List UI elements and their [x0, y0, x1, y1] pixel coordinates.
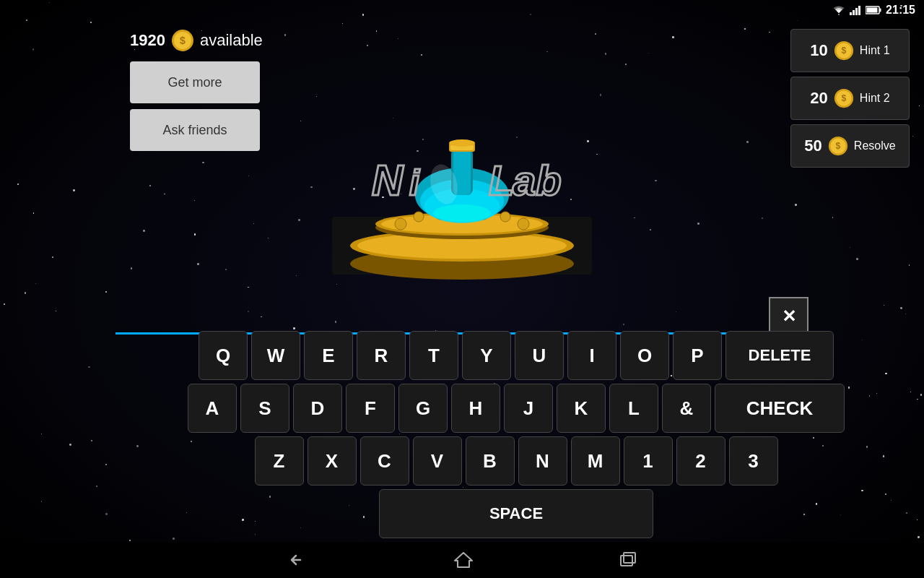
key-o[interactable]: O	[620, 331, 669, 380]
svg-text:$: $	[835, 141, 840, 151]
svg-text:L: L	[489, 157, 514, 204]
ask-friends-button[interactable]: Ask friends	[130, 109, 260, 151]
coin-count: 1920	[130, 31, 165, 50]
hint1-coin-icon: $	[834, 40, 854, 61]
hint1-button[interactable]: 10 $ Hint 1	[790, 29, 910, 72]
action-buttons: Get more Ask friends	[130, 61, 260, 151]
resolve-label: Resolve	[854, 139, 896, 152]
back-icon	[286, 551, 309, 569]
keyboard: Q W E R T Y U I O P DELETE A S D F G H J…	[116, 331, 917, 542]
keyboard-row-3: Z X C V B N M 1 2 3	[116, 436, 917, 486]
svg-rect-3	[858, 6, 860, 15]
svg-point-32	[518, 218, 529, 230]
svg-rect-48	[621, 556, 632, 566]
delete-button[interactable]: DELETE	[725, 331, 834, 380]
key-i[interactable]: I	[567, 331, 616, 380]
check-button[interactable]: CHECK	[715, 384, 845, 433]
home-button[interactable]	[453, 550, 474, 570]
key-h[interactable]: H	[451, 384, 500, 433]
key-f[interactable]: F	[346, 384, 395, 433]
get-more-button[interactable]: Get more	[130, 61, 260, 103]
svg-rect-6	[867, 8, 878, 13]
hints-area: 10 $ Hint 1 20 $ Hint 2 50 $ Resolve	[790, 29, 910, 168]
flask-scene: N i ab L	[289, 22, 635, 289]
coin-icon: $	[171, 29, 194, 52]
key-w[interactable]: W	[251, 331, 300, 380]
recent-apps-icon	[618, 550, 638, 570]
keyboard-row-space: SPACE	[116, 489, 917, 538]
key-s[interactable]: S	[240, 384, 289, 433]
hint2-button[interactable]: 20 $ Hint 2	[790, 77, 910, 120]
key-r[interactable]: R	[357, 331, 406, 380]
key-u[interactable]: U	[515, 331, 564, 380]
key-x[interactable]: X	[308, 436, 357, 486]
svg-point-37	[433, 204, 491, 222]
key-m[interactable]: M	[571, 436, 620, 486]
svg-rect-49	[624, 553, 635, 563]
space-button[interactable]: SPACE	[379, 489, 653, 538]
hint1-label: Hint 1	[860, 44, 890, 57]
hint2-cost: 20	[810, 89, 827, 108]
svg-rect-0	[850, 12, 852, 15]
available-label: available	[200, 31, 263, 50]
key-1[interactable]: 1	[624, 436, 673, 486]
key-l[interactable]: L	[609, 384, 658, 433]
key-3[interactable]: 3	[729, 436, 778, 486]
coin-area: 1920 $ available	[130, 29, 263, 52]
svg-text:$: $	[180, 35, 186, 46]
key-y[interactable]: Y	[462, 331, 511, 380]
wifi-icon	[832, 5, 845, 15]
key-p[interactable]: P	[673, 331, 722, 380]
resolve-button[interactable]: 50 $ Resolve	[790, 124, 910, 168]
home-icon	[453, 550, 474, 570]
key-a[interactable]: A	[188, 384, 237, 433]
status-bar: 21:15	[780, 0, 924, 20]
key-n[interactable]: N	[518, 436, 567, 486]
recent-apps-button[interactable]	[618, 550, 638, 570]
key-g[interactable]: G	[398, 384, 448, 433]
key-k[interactable]: K	[557, 384, 606, 433]
signal-icon	[850, 5, 861, 15]
keyboard-row-1: Q W E R T Y U I O P DELETE	[116, 331, 917, 380]
key-c[interactable]: C	[360, 436, 409, 486]
hint2-label: Hint 2	[860, 92, 890, 105]
svg-text:N: N	[372, 156, 404, 204]
time-display: 21:15	[886, 4, 915, 17]
svg-rect-2	[855, 8, 858, 15]
back-button[interactable]	[286, 551, 309, 569]
svg-point-26	[395, 218, 406, 230]
key-v[interactable]: V	[413, 436, 462, 486]
key-q[interactable]: Q	[199, 331, 248, 380]
hint2-coin-icon: $	[834, 88, 854, 108]
keyboard-row-2: A S D F G H J K L & CHECK	[116, 384, 917, 433]
key-b[interactable]: B	[466, 436, 515, 486]
svg-rect-5	[880, 9, 881, 12]
key-j[interactable]: J	[504, 384, 553, 433]
svg-text:i: i	[409, 163, 420, 203]
key-d[interactable]: D	[293, 384, 342, 433]
hint1-cost: 10	[810, 41, 827, 60]
key-t[interactable]: T	[409, 331, 458, 380]
resolve-cost: 50	[804, 137, 821, 155]
nav-bar	[0, 542, 924, 578]
svg-rect-1	[853, 10, 855, 15]
svg-text:ab: ab	[513, 157, 562, 204]
resolve-coin-icon: $	[828, 136, 848, 156]
clear-icon: ✕	[782, 306, 796, 327]
svg-text:$: $	[841, 46, 846, 56]
battery-icon	[866, 6, 881, 14]
flask-illustration: N i ab L	[289, 22, 635, 289]
svg-point-42	[449, 139, 475, 147]
key-e[interactable]: E	[304, 331, 353, 380]
key-z[interactable]: Z	[255, 436, 304, 486]
key-ampersand[interactable]: &	[662, 384, 711, 433]
key-2[interactable]: 2	[676, 436, 725, 486]
svg-point-27	[414, 212, 424, 222]
answer-input[interactable]	[116, 298, 765, 335]
svg-point-31	[500, 212, 510, 222]
svg-text:$: $	[841, 93, 846, 103]
status-icons: 21:15	[832, 4, 915, 17]
